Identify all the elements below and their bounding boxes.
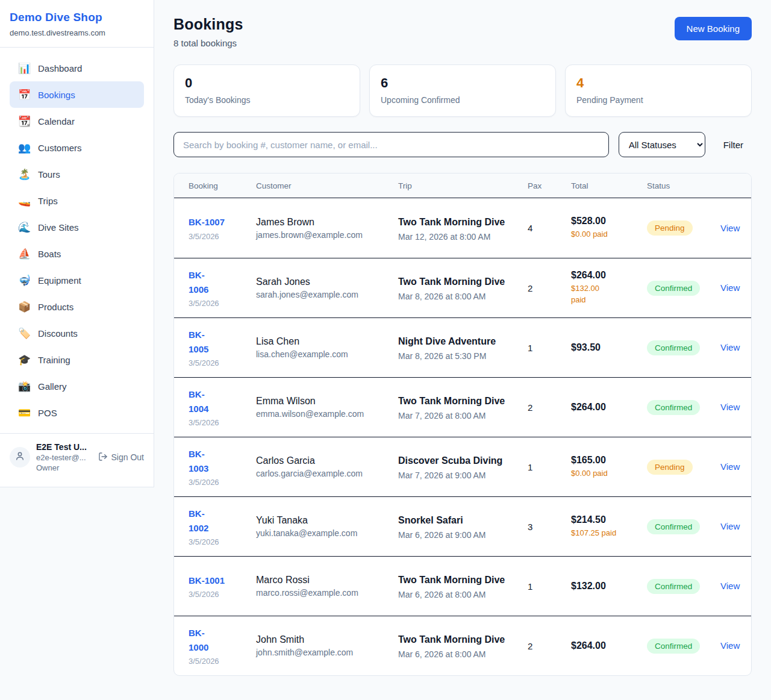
sidebar-item-boats[interactable]: ⛵ Boats [10,240,144,267]
trip-name: Night Dive Adventure [398,334,522,349]
sidebar-item-training[interactable]: 🎓 Training [10,346,144,373]
new-booking-button[interactable]: New Booking [675,17,752,40]
sidebar-item-label: Products [38,302,73,312]
pax-count: 4 [528,223,571,233]
customer-email: yuki.tanaka@example.com [256,528,392,538]
sidebar-item-label: Boats [38,249,61,259]
user-role: Owner [36,463,92,472]
booking-link[interactable]: BK-1003 [189,447,208,475]
total-amount: $264.00 [571,640,641,651]
calendar-icon: 📆 [18,116,30,127]
trip-datetime: Mar 7, 2026 at 8:00 AM [398,411,522,420]
view-link[interactable]: View [720,342,740,352]
total-amount: $93.50 [571,342,641,353]
customer-name: John Smith [256,634,392,645]
package-icon: 📦 [18,302,30,312]
sidebar-item-pos[interactable]: 💳 POS [10,399,144,426]
customer-name: Marco Rossi [256,575,392,586]
view-link[interactable]: View [720,581,740,591]
total-amount: $528.00 [571,216,641,227]
customer-email: carlos.garcia@example.com [256,469,392,478]
status-badge: Pending [647,220,693,236]
stat-value: 4 [576,75,740,91]
sidebar-item-label: Bookings [38,90,75,100]
sailboat-icon: ⛵ [18,249,30,259]
status-filter-select[interactable]: All Statuses [619,132,705,157]
sign-out-button[interactable]: Sign Out [98,452,144,463]
sidebar-item-bookings[interactable]: 📅 Bookings [10,81,144,108]
sidebar-item-gallery[interactable]: 📸 Gallery [10,373,144,399]
trip-datetime: Mar 12, 2026 at 8:00 AM [398,232,522,242]
view-link[interactable]: View [720,461,740,472]
status-badge: Confirmed [647,281,700,296]
customer-email: lisa.chen@example.com [256,349,392,359]
booking-link[interactable]: BK-1006 [189,268,208,296]
trip-name: Discover Scuba Diving [398,454,522,468]
sidebar-item-label: Equipment [38,275,81,286]
trip-datetime: Mar 8, 2026 at 8:00 AM [398,292,522,301]
column-header-trip: Trip [398,181,528,190]
brand-block: Demo Dive Shop demo.test.divestreams.com [0,0,154,48]
sidebar-item-discounts[interactable]: 🏷️ Discounts [10,320,144,346]
total-amount: $214.50 [571,514,641,525]
sidebar-item-dashboard[interactable]: 📊 Dashboard [10,55,144,81]
brand-name: Demo Dive Shop [10,11,144,24]
sidebar-item-customers[interactable]: 👥 Customers [10,134,144,161]
booking-link[interactable]: BK-1002 [189,507,208,535]
search-input[interactable] [173,132,609,157]
view-link[interactable]: View [720,640,740,651]
wave-icon: 🌊 [18,222,30,233]
sign-out-label: Sign Out [111,452,144,462]
sidebar-item-tours[interactable]: 🏝️ Tours [10,161,144,187]
booking-link[interactable]: BK-1004 [189,387,208,416]
trip-name: Two Tank Morning Dive [398,573,522,587]
sidebar-item-products[interactable]: 📦 Products [10,293,144,320]
sidebar-item-label: Calendar [38,116,75,127]
pax-count: 2 [528,641,571,651]
page-subtitle: 8 total bookings [173,38,243,48]
bookings-table: Booking Customer Trip Pax Total Status B… [173,173,752,676]
graduation-cap-icon: 🎓 [18,355,30,365]
status-badge: Confirmed [647,579,700,594]
sidebar-nav: 📊 Dashboard 📅 Bookings 📆 Calendar 👥 Cust… [0,48,154,428]
sidebar-item-label: POS [38,408,57,418]
sidebar-item-dive-sites[interactable]: 🌊 Dive Sites [10,214,144,240]
pax-count: 2 [528,402,571,413]
customer-name: Sarah Jones [256,277,392,287]
trip-datetime: Mar 8, 2026 at 5:30 PM [398,351,522,361]
stat-card: 0 Today's Bookings [173,64,360,117]
stats-row: 0 Today's Bookings 6 Upcoming Confirmed … [173,64,752,117]
trip-name: Two Tank Morning Dive [398,394,522,408]
table-row: BK-1003 3/5/2026 Carlos Garcia carlos.ga… [174,437,751,496]
view-link[interactable]: View [720,223,740,233]
filter-button[interactable]: Filter [715,140,752,150]
tag-icon: 🏷️ [18,328,30,339]
booking-date: 3/5/2026 [189,418,250,427]
booking-link[interactable]: BK-1001 [189,573,225,587]
sidebar-item-label: Tours [38,169,60,180]
table-row: BK-1001 3/5/2026 Marco Rossi marco.rossi… [174,556,751,616]
sidebar-item-label: Gallery [38,381,67,392]
paid-amount: $107.25 paid [571,528,641,539]
table-row: BK-1006 3/5/2026 Sarah Jones sarah.jones… [174,258,751,317]
avatar [10,447,30,467]
sidebar-item-calendar[interactable]: 📆 Calendar [10,108,144,134]
sidebar-item-label: Discounts [38,328,78,339]
sidebar-item-label: Trips [38,196,58,206]
total-amount: $264.00 [571,402,641,413]
status-badge: Confirmed [647,519,700,534]
customer-email: james.brown@example.com [256,230,392,240]
sidebar-item-trips[interactable]: 🚤 Trips [10,187,144,214]
view-link[interactable]: View [720,283,740,293]
view-link[interactable]: View [720,521,740,531]
view-link[interactable]: View [720,402,740,412]
booking-link[interactable]: BK-1005 [189,328,208,356]
booking-date: 3/5/2026 [189,358,250,367]
sidebar-item-equipment[interactable]: 🤿 Equipment [10,267,144,293]
booking-link[interactable]: BK-1000 [189,626,208,654]
booking-link[interactable]: BK-1007 [189,215,225,229]
pax-count: 1 [528,581,571,592]
status-badge: Confirmed [647,340,700,355]
column-header-customer: Customer [256,181,398,190]
sidebar-item-label: Dashboard [38,63,82,73]
